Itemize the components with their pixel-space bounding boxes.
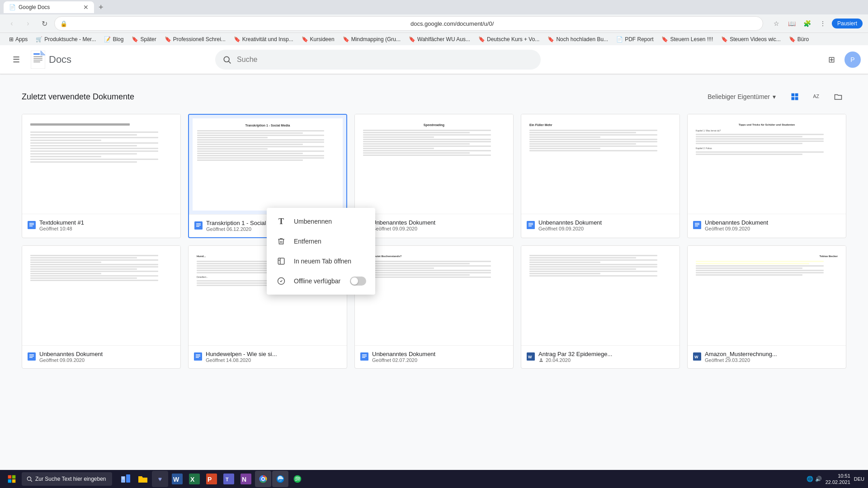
svg-rect-52 [278,258,284,264]
tab-close-icon[interactable]: ✕ [83,4,89,11]
doc-info-3: Unbenanntes Dokument Geöffnet 09.09.2020… [355,214,513,237]
time-display: 10:51 [826,473,850,479]
docs-type-icon-8 [360,352,368,361]
bookmark-14[interactable]: 🔖 Büro [785,35,812,43]
clock-display[interactable]: 10:51 22.02.2021 [826,473,850,486]
svg-rect-44 [362,355,367,356]
svg-text:T: T [226,477,229,482]
svg-rect-55 [8,479,12,483]
back-button[interactable]: ‹ [5,17,18,30]
bookmark-5[interactable]: 🔖 Kreativität und Insp... [230,35,297,43]
doc-card-10[interactable]: Tobias Becker W Amazon_Musterrechnung...… [687,245,846,369]
svg-rect-45 [362,356,367,357]
system-icons[interactable]: 🌐 🔊 [807,476,822,482]
taskbar-word-app[interactable]: W [169,471,185,487]
bookmark-apps[interactable]: ⊞ Apps [5,35,31,43]
bookmark-13[interactable]: 🔖 Steuern Videos wic... [717,35,784,43]
address-bar[interactable]: 🔒 docs.google.com/document/u/0/ [54,16,763,31]
grid-view-button[interactable] [787,89,803,105]
search-input[interactable] [237,56,533,64]
bookmark-10[interactable]: 🔖 Noch hochladen Bu... [544,35,612,43]
bookmark-favicon-6: 🔖 [302,36,308,42]
context-menu-item-rename[interactable]: T Umbenennen [267,211,375,231]
bookmark-12[interactable]: 🔖 Steuern Lesen !!!! [658,35,717,43]
svg-rect-29 [528,225,533,225]
browser-menu-button[interactable]: ⋮ [816,17,829,30]
doc-card-8[interactable]: Was bedeutet Buchenstands? Unbenanntes D… [354,245,514,369]
user-avatar[interactable]: P [844,52,861,68]
apps-grid-button[interactable]: ⊞ [823,51,841,69]
owner-filter-label: Beliebiger Eigentümer [708,93,770,100]
pause-button[interactable]: Pausiert [832,19,863,28]
bookmark-7[interactable]: 🔖 Mindmapping (Gru... [339,35,404,43]
word-type-icon-9: W [527,352,535,361]
taskbar-apps: ♥ W X P T N [118,471,306,487]
documents-grid-row2: Unbenanntes Dokument Geöffnet 09.09.2020… [22,245,846,369]
taskbar-explorer-app[interactable] [118,471,134,487]
doc-card-3[interactable]: Speedreading Unbenanntes Dokument Geöff [354,114,514,238]
doc-card-4[interactable]: Ein Füller Mehr Unbenanntes Dokument Geö… [521,114,680,238]
taskbar-vscode-app[interactable]: ♥ [152,471,168,487]
doc-card-5[interactable]: Tipps und Tricks für Schüler und Student… [687,114,846,238]
svg-rect-28 [528,223,533,224]
offline-toggle[interactable] [350,277,366,286]
bookmark-2[interactable]: 📝 Blog [100,35,127,43]
taskbar-excel-app[interactable]: X [186,471,203,487]
address-text: docs.google.com/document/u/0/ [410,20,757,27]
doc-card-9[interactable]: W Antrag Par 32 Epidemiege... 20.04.2020… [521,245,680,369]
bookmark-star-button[interactable]: ☆ [770,17,783,30]
doc-info-9: W Antrag Par 32 Epidemiege... 20.04.2020… [521,345,679,368]
svg-rect-1 [33,53,40,55]
bookmark-1[interactable]: 🛒 Produktsuche - Mer... [32,35,99,43]
taskbar-ppt-app[interactable]: P [203,471,220,487]
new-tab-button[interactable]: + [96,3,106,12]
taskbar-edge-app[interactable] [272,471,288,487]
owner-filter-button[interactable]: Beliebiger Eigentümer ▾ [702,90,781,103]
bookmark-3[interactable]: 🔖 Später [128,35,160,43]
doc-card-1[interactable]: Textdokument #1 Geöffnet 10:48 ⋮ [22,114,181,238]
taskbar-chrome-app[interactable] [255,471,271,487]
readinglist-button[interactable]: 📖 [786,17,798,30]
bookmark-11[interactable]: 📄 PDF Report [613,35,657,43]
svg-rect-10 [792,94,795,97]
context-menu-item-remove[interactable]: Entfernen [267,231,375,251]
bookmark-favicon-1: 🛒 [36,36,42,42]
taskbar-search-bar[interactable]: Zur Suche Text hier eingeben [22,472,112,486]
context-menu-item-open-tab[interactable]: In neuem Tab öffnen [267,251,375,271]
search-input-wrapper[interactable] [215,50,541,70]
hamburger-menu-button[interactable]: ☰ [7,51,25,69]
doc-meta-9: 20.04.2020 [538,357,656,363]
taskbar-onenote-app[interactable]: N [238,471,254,487]
folder-view-button[interactable] [830,89,846,105]
doc-info-6: Unbenanntes Dokument Geöffnet 09.09.2020… [22,345,180,368]
doc-card-6[interactable]: Unbenanntes Dokument Geöffnet 09.09.2020… [22,245,181,369]
doc-title-6: Unbenanntes Dokument [39,351,157,357]
svg-rect-60 [126,474,130,483]
bookmark-9[interactable]: 🔖 Deutsche Kurs + Vo... [475,35,543,43]
doc-title-10: Amazon_Musterrechnung... [705,351,822,357]
bookmark-4[interactable]: 🔖 Professionell Schrei... [161,35,229,43]
svg-rect-2 [33,56,42,57]
doc-meta-1: Geöffnet 10:48 [39,226,157,231]
remove-label: Entfernen [294,238,321,245]
bookmark-8[interactable]: 🔖 Wahlfächer WU Aus... [405,35,474,43]
browser-tab[interactable]: 📄 Google Docs ✕ [4,1,94,13]
docs-type-icon-6 [28,352,36,361]
svg-text:N: N [242,476,246,483]
doc-title-8: Unbenanntes Dokument [372,351,490,357]
bookmark-favicon-3: 🔖 [132,36,138,42]
bookmark-6[interactable]: 🔖 Kursideen [298,35,338,43]
bookmark-favicon-11: 📄 [616,36,623,42]
context-menu-item-offline[interactable]: Offline verfügbar [267,271,375,291]
extensions-button[interactable]: 🧩 [801,17,814,30]
doc-thumbnail-9 [521,246,679,345]
taskbar-files-app[interactable] [135,471,151,487]
docs-type-icon-7 [194,352,202,361]
start-button[interactable] [4,471,20,487]
taskbar-spotify-app[interactable] [289,471,306,487]
reload-button[interactable]: ↻ [38,17,51,30]
forward-button[interactable]: › [22,17,34,30]
taskbar-teams-app[interactable]: T [221,471,237,487]
sort-button[interactable]: AZ [808,89,825,105]
offline-label: Offline verfügbar [294,277,340,285]
